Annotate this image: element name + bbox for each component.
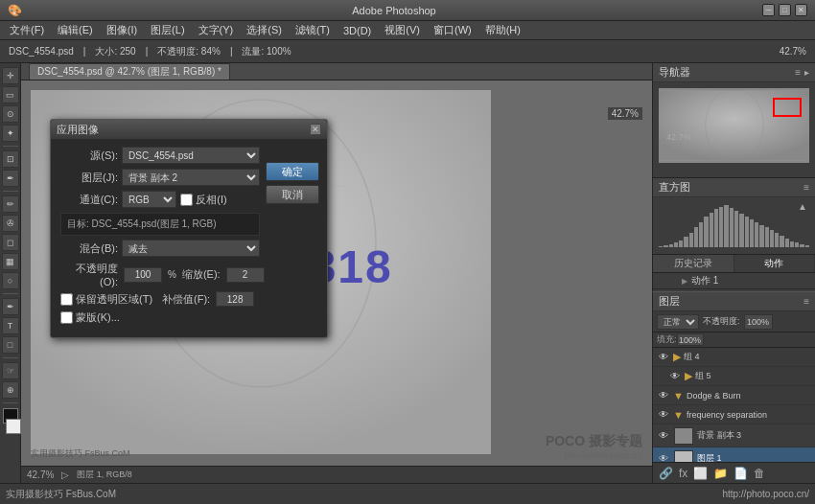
tool-hand[interactable]: ☞ bbox=[2, 362, 19, 379]
layer-dodge-burn[interactable]: 👁 ▼ Dodge & Burn bbox=[653, 386, 815, 405]
histogram-bar bbox=[669, 244, 673, 247]
histogram-bar bbox=[739, 214, 743, 247]
histogram-bar bbox=[704, 217, 708, 247]
maximize-button[interactable]: □ bbox=[779, 4, 791, 16]
menu-filter[interactable]: 滤镜(T) bbox=[290, 22, 336, 38]
menu-3d[interactable]: 3D(D) bbox=[338, 24, 377, 37]
layer-bg-copy3[interactable]: 👁 背景 副本 3 bbox=[653, 424, 815, 447]
tool-sep-2 bbox=[3, 191, 18, 192]
tool-brush[interactable]: ✏ bbox=[2, 195, 19, 213]
tool-marquee[interactable]: ▭ bbox=[2, 86, 19, 103]
opacity-input[interactable] bbox=[124, 267, 162, 283]
menu-text[interactable]: 文字(Y) bbox=[193, 22, 240, 38]
blend-mode-select[interactable]: 正常 bbox=[657, 314, 699, 330]
histogram-options-btn[interactable]: ≡ bbox=[803, 182, 809, 193]
canvas-tab-main[interactable]: DSC_4554.psd @ 42.7% (图层 1, RGB/8) * bbox=[29, 63, 230, 80]
layer-eye-group5[interactable]: 👁 bbox=[668, 371, 682, 381]
history-tabs: 历史记录 动作 bbox=[653, 255, 815, 273]
tool-lasso[interactable]: ⊙ bbox=[2, 105, 19, 123]
menu-image[interactable]: 图像(I) bbox=[101, 22, 143, 38]
tool-eraser[interactable]: ◻ bbox=[2, 234, 19, 251]
layer-freq-sep[interactable]: 👁 ▼ frequency separation bbox=[653, 405, 815, 424]
menu-select[interactable]: 选择(S) bbox=[241, 22, 288, 38]
menu-bar: 文件(F) 编辑(E) 图像(I) 图层(L) 文字(Y) 选择(S) 滤镜(T… bbox=[0, 21, 815, 40]
layer-eye-dodge[interactable]: 👁 bbox=[657, 390, 670, 401]
layer-thumb-bgcopy3 bbox=[674, 427, 693, 445]
tool-text[interactable]: T bbox=[2, 317, 19, 334]
tool-pen[interactable]: ✒ bbox=[2, 298, 19, 315]
layer-name-freqsep: frequency separation bbox=[687, 410, 811, 420]
layer-eye-bgcopy3[interactable]: 👁 bbox=[657, 430, 670, 441]
blending-select[interactable]: 减去 bbox=[122, 240, 260, 257]
tool-gradient[interactable]: ▦ bbox=[2, 253, 19, 270]
preserve-trans-checkbox[interactable] bbox=[60, 293, 73, 306]
layer-select[interactable]: 背景 副本 2 bbox=[122, 169, 260, 186]
tool-move[interactable]: ✛ bbox=[2, 67, 19, 84]
tool-eyedropper[interactable]: ✒ bbox=[2, 170, 19, 187]
layer-eye-freqsep[interactable]: 👁 bbox=[657, 409, 670, 420]
tool-magic-wand[interactable]: ✦ bbox=[2, 125, 19, 142]
dialog-cancel-button[interactable]: 取消 bbox=[266, 185, 319, 204]
layer-group-4[interactable]: 👁 ▶ 组 4 bbox=[653, 348, 815, 367]
scale-input[interactable] bbox=[226, 267, 265, 283]
layer-group-5[interactable]: 👁 ▶ 组 5 bbox=[653, 367, 815, 386]
mask-checkbox[interactable] bbox=[60, 311, 73, 324]
menu-edit[interactable]: 编辑(E) bbox=[52, 22, 99, 38]
histogram-bar bbox=[724, 205, 728, 247]
dialog-ok-button[interactable]: 确定 bbox=[266, 162, 319, 181]
histogram-bar bbox=[759, 225, 763, 247]
action-arrow: ▶ bbox=[682, 277, 687, 286]
close-button[interactable]: ✕ bbox=[795, 4, 807, 16]
dialog-close-button[interactable]: ✕ bbox=[310, 124, 321, 135]
fill-input[interactable] bbox=[677, 333, 704, 346]
layer-name-group4: 组 4 bbox=[684, 351, 811, 363]
tool-dodge[interactable]: ○ bbox=[2, 272, 19, 289]
histogram-bar bbox=[710, 213, 713, 247]
offset-input[interactable] bbox=[216, 291, 254, 307]
dialog-title-bar[interactable]: 应用图像 ✕ bbox=[51, 120, 327, 139]
opacity-toolbar-input[interactable] bbox=[744, 314, 773, 330]
histogram-content: ▲ bbox=[653, 197, 815, 255]
history-action-label: 动作 1 bbox=[691, 274, 718, 287]
folder-icon-group5: ▶ bbox=[685, 370, 692, 382]
menu-view[interactable]: 视图(V) bbox=[379, 22, 426, 38]
histogram-bar bbox=[659, 246, 663, 247]
minimize-button[interactable]: ─ bbox=[762, 4, 775, 16]
layer-eye-layer1[interactable]: 👁 bbox=[657, 453, 670, 462]
layer-eye-group4[interactable]: 👁 bbox=[657, 352, 670, 362]
delete-layer-btn[interactable]: 🗑 bbox=[754, 467, 765, 480]
add-mask-btn[interactable]: ⬜ bbox=[693, 467, 708, 480]
invert-checkbox[interactable] bbox=[180, 194, 193, 206]
dialog-opacity-scale-row: 不透明度(O): % 缩放(E): bbox=[60, 262, 260, 287]
add-style-btn[interactable]: fx bbox=[679, 467, 687, 480]
navigator-collapse-btn[interactable]: ≡ bbox=[795, 67, 801, 78]
tool-zoom[interactable]: ⊕ bbox=[2, 381, 19, 399]
tool-shape[interactable]: □ bbox=[2, 336, 19, 354]
history-item[interactable]: ▶动作 1 bbox=[653, 273, 815, 289]
opacity-label: 不透明度: 84% bbox=[154, 44, 223, 59]
tool-crop[interactable]: ⊡ bbox=[2, 150, 19, 168]
background-color[interactable] bbox=[6, 419, 21, 434]
canvas-area: DSC_4554.psd @ 42.7% (图层 1, RGB/8) * bbox=[21, 63, 652, 483]
menu-file[interactable]: 文件(F) bbox=[4, 22, 50, 38]
target-label: 目标: bbox=[67, 218, 89, 229]
folder-icon-freqsep: ▼ bbox=[673, 409, 684, 421]
layers-options-btn[interactable]: ≡ bbox=[803, 296, 809, 307]
source-select[interactable]: DSC_4554.psd bbox=[122, 147, 260, 164]
dialog-mask-row: 蒙版(K)... bbox=[60, 310, 260, 325]
channel-select[interactable]: RGB bbox=[122, 191, 176, 208]
tool-clone[interactable]: ✇ bbox=[2, 215, 19, 232]
menu-help[interactable]: 帮助(H) bbox=[479, 22, 526, 38]
link-layers-btn[interactable]: 🔗 bbox=[659, 467, 673, 480]
mask-label: 蒙版(K)... bbox=[76, 310, 120, 325]
navigator-options-btn[interactable]: ▸ bbox=[804, 67, 809, 78]
layer-1[interactable]: 👁 图层 1 bbox=[653, 447, 815, 462]
folder-icon-group4: ▶ bbox=[673, 351, 681, 363]
new-group-btn[interactable]: 📁 bbox=[713, 467, 728, 480]
menu-window[interactable]: 窗口(W) bbox=[428, 22, 477, 38]
tab-history[interactable]: 历史记录 bbox=[653, 255, 734, 272]
menu-layer[interactable]: 图层(L) bbox=[145, 22, 190, 38]
tab-actions[interactable]: 动作 bbox=[734, 255, 816, 272]
flow-label: 流量: 100% bbox=[239, 44, 293, 59]
new-layer-btn[interactable]: 📄 bbox=[734, 467, 748, 480]
